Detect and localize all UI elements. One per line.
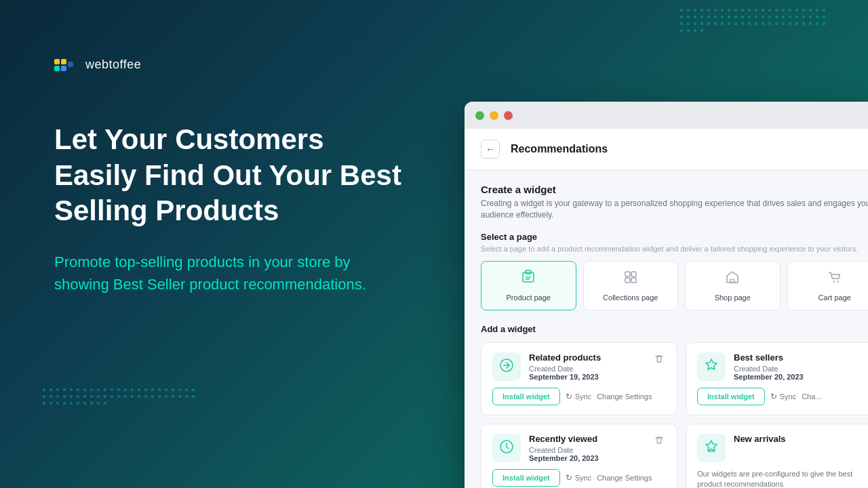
widget-card-recently: Recently viewed Created Date September 2…: [481, 424, 677, 488]
recently-widget-icon: [498, 439, 515, 458]
main-content: Create a widget Creating a widget is you…: [465, 170, 868, 488]
new-arrivals-widget-info: New arrivals: [734, 434, 868, 446]
svg-rect-1: [61, 59, 66, 64]
back-button[interactable]: ←: [481, 140, 500, 159]
recently-widget-info: Recently viewed Created Date September 2…: [529, 434, 644, 462]
svg-rect-11: [625, 278, 630, 283]
recently-widget-icon-wrap: [492, 434, 521, 462]
svg-rect-3: [61, 66, 66, 71]
related-widget-icon-wrap: [492, 352, 521, 381]
select-page-section: Select a page Select a page to add a pro…: [481, 232, 868, 310]
bestsellers-date-label: Created Date: [734, 365, 868, 373]
page-option-product[interactable]: Product page: [481, 261, 576, 310]
svg-rect-9: [625, 272, 630, 277]
page-option-cart[interactable]: Cart page: [787, 261, 869, 310]
svg-point-14: [833, 281, 835, 282]
traffic-red-dot: [504, 111, 513, 120]
recently-settings-button[interactable]: Change Settings: [597, 474, 652, 482]
dots-decoration-bottom: [41, 386, 197, 447]
related-widget-actions: Install widget ↻ Sync Change Settings: [492, 388, 666, 405]
app-content: ← Recommendations Create a widget Creati…: [465, 129, 868, 488]
related-install-button[interactable]: Install widget: [492, 388, 560, 405]
bestsellers-widget-info: Best sellers Created Date September 20, …: [734, 352, 868, 381]
sync-icon: ↻: [566, 392, 572, 401]
app-header: ← Recommendations: [465, 129, 868, 170]
bestsellers-date-value: September 20, 2023: [734, 373, 868, 381]
product-page-label: Product page: [507, 293, 551, 302]
recently-sync-button[interactable]: ↻ Sync: [566, 473, 591, 483]
svg-rect-0: [54, 59, 60, 64]
new-arrivals-card-header: New arrivals: [697, 434, 868, 462]
svg-rect-13: [730, 279, 734, 282]
create-widget-section: Create a widget Creating a widget is you…: [481, 184, 868, 221]
related-widget-info: Related products Created Date September …: [529, 352, 644, 381]
related-sync-label: Sync: [575, 392, 591, 401]
recently-widget-name: Recently viewed: [529, 434, 644, 444]
add-widget-section: Add a widget: [481, 324, 868, 488]
cart-page-label: Cart page: [818, 293, 851, 302]
traffic-yellow-dot: [490, 111, 498, 120]
app-title: Recommendations: [511, 143, 608, 155]
widget-card-related: Related products Created Date September …: [481, 342, 677, 415]
recently-card-header: Recently viewed Created Date September 2…: [492, 434, 666, 462]
bestsellers-sync-icon: ↻: [770, 392, 777, 401]
sub-heading: Promote top-selling products in your sto…: [54, 251, 407, 296]
related-date-value: September 19, 2023: [529, 373, 644, 381]
svg-rect-10: [631, 272, 636, 277]
collections-page-label: Collections page: [603, 293, 658, 302]
recently-install-button[interactable]: Install widget: [492, 469, 560, 487]
widget-card-related-header: Related products Created Date September …: [492, 352, 666, 381]
create-widget-title: Create a widget: [481, 184, 868, 195]
browser-window: ← Recommendations Create a widget Creati…: [465, 102, 868, 488]
bestsellers-widget-name: Best sellers: [734, 352, 868, 363]
product-page-icon: [521, 270, 536, 288]
related-sync-button[interactable]: ↻ Sync: [566, 392, 591, 401]
shop-page-label: Shop page: [715, 293, 751, 302]
collections-page-icon: [623, 270, 638, 288]
related-delete-button[interactable]: [652, 352, 666, 368]
widget-card-bestsellers: Best sellers Created Date September 20, …: [686, 342, 868, 415]
bestsellers-install-button[interactable]: Install widget: [697, 388, 765, 405]
recently-delete-button[interactable]: [652, 434, 666, 449]
bestsellers-widget-actions: Install widget ↻ Sync Cha...: [697, 388, 868, 405]
select-page-label: Select a page: [481, 232, 868, 242]
bestsellers-widget-icon-wrap: [697, 352, 726, 381]
related-settings-button[interactable]: Change Settings: [597, 392, 652, 401]
page-option-collections[interactable]: Collections page: [583, 261, 679, 310]
new-arrivals-widget-icon: [703, 439, 719, 458]
widget-grid: Related products Created Date September …: [481, 342, 868, 488]
main-heading: Let Your Customers Easily Find Out Your …: [54, 122, 407, 229]
related-widget-name: Related products: [529, 352, 644, 363]
bestsellers-widget-icon: [703, 357, 719, 376]
svg-point-15: [837, 281, 839, 282]
select-page-desc: Select a page to add a product recommend…: [481, 245, 868, 253]
traffic-green-dot: [475, 111, 484, 120]
add-widget-label: Add a widget: [481, 324, 868, 334]
back-icon: ←: [486, 144, 495, 155]
bestsellers-settings-button[interactable]: Cha...: [802, 392, 821, 401]
shop-page-icon: [725, 270, 740, 288]
logo-icon: [54, 59, 79, 71]
logo-text: webtoffee: [85, 58, 141, 72]
bestsellers-card-header: Best sellers Created Date September 20, …: [697, 352, 868, 381]
svg-rect-4: [68, 62, 73, 67]
page-option-shop[interactable]: Shop page: [685, 261, 781, 310]
related-date-label: Created Date: [529, 365, 644, 373]
recently-date-label: Created Date: [529, 446, 644, 454]
create-widget-desc: Creating a widget is your gateway to a p…: [481, 198, 868, 221]
bestsellers-sync-label: Sync: [780, 392, 796, 401]
recently-sync-label: Sync: [575, 474, 591, 482]
new-arrivals-widget-name: New arrivals: [734, 434, 868, 444]
cart-page-icon: [827, 270, 842, 288]
bestsellers-sync-button[interactable]: ↻ Sync: [770, 392, 796, 401]
new-arrivals-widget-icon-wrap: [697, 434, 726, 462]
browser-titlebar: [465, 102, 868, 129]
svg-rect-2: [54, 66, 60, 71]
dots-decoration-top: // Will be rendered by template script b…: [678, 7, 827, 88]
new-arrivals-desc: Our widgets are pre-configured to give t…: [697, 469, 868, 488]
related-widget-icon: [498, 357, 515, 376]
recently-date-value: September 20, 2023: [529, 454, 644, 462]
left-content: Let Your Customers Easily Find Out Your …: [54, 122, 407, 296]
svg-rect-12: [631, 278, 636, 283]
recently-widget-actions: Install widget ↻ Sync Change Settings: [492, 469, 666, 487]
